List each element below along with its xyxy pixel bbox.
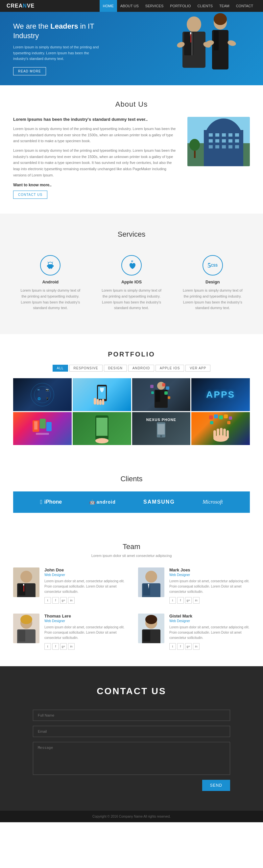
svg-rect-61 [156,391,160,402]
thomas-linkedin[interactable]: in [68,643,75,650]
svg-rect-31 [228,145,232,149]
john-google[interactable]: g+ [60,597,67,604]
service-design-title: Design [180,279,245,284]
gistel-twitter[interactable]: t [169,643,176,650]
mark-twitter[interactable]: t [169,597,176,604]
svg-point-111 [145,615,157,624]
gistel-google[interactable]: g+ [185,643,192,650]
clients-bar:  iPhone 🤖 android SAMSUNG Microsoft [13,491,250,513]
team-member-mark: Mark Joes Web Designer Lorem ipsum dolor… [138,567,250,604]
nav-home[interactable]: HOME [100,0,117,12]
john-twitter[interactable]: t [44,597,51,604]
filter-android[interactable]: ANDROID [128,365,154,372]
svg-rect-39 [51,268,52,269]
thomas-desc: Lorem ipsum dolor sit amet, consectetur … [44,625,125,641]
john-name: John Doe [44,567,125,572]
svg-rect-26 [228,139,232,143]
nexus-phone-icon [153,422,169,438]
portfolio-img-2 [89,380,115,409]
thomas-twitter[interactable]: t [44,643,51,650]
hero-read-more-button[interactable]: READ MORE [13,67,46,75]
nexus-label: NEXUS PHONE [146,418,176,439]
about-p1: Lorem Ipsum is simply dummy text of the … [13,126,177,144]
service-android-title: Android [18,279,83,284]
portfolio-item-7[interactable]: NEXUS PHONE [132,412,191,445]
filter-design[interactable]: DESIGN [104,365,127,372]
portfolio-item-2[interactable] [73,378,131,411]
contact-send-button[interactable]: SEND [202,780,230,791]
nav-contact[interactable]: CONTACT [233,0,256,12]
service-android: Android Lorem Ipsum is simply dummy text… [13,249,88,317]
android-logo-icon: 🤖 [90,499,95,505]
nav-about[interactable]: ABOUT US [117,0,142,12]
about-contact-button[interactable]: CONTACT US [13,191,47,199]
mark-facebook[interactable]: f [177,597,184,604]
mark-desc: Lorem ipsum dolor sit amet, consectetur … [169,579,250,594]
filter-responsive[interactable]: RESPONSIVE [69,365,103,372]
svg-rect-88 [219,415,223,420]
contact-form: SEND [33,710,230,791]
nav-logo: CREANVE [7,3,35,9]
gistel-facebook[interactable]: f [177,643,184,650]
svg-point-100 [145,571,157,583]
clients-title: Clients [13,475,250,483]
svg-rect-82 [217,429,219,438]
filter-apple-ios[interactable]: APPLE IOS [156,365,184,372]
svg-rect-69 [34,421,37,430]
portfolio-item-3[interactable] [132,378,191,411]
contact-message-input[interactable] [33,742,230,775]
filter-all[interactable]: ALL [53,365,68,372]
portfolio-item-5[interactable] [13,412,72,445]
services-grid: Android Lorem Ipsum is simply dummy text… [13,249,250,317]
contact-name-input[interactable] [33,710,230,721]
svg-rect-37 [53,265,54,267]
svg-rect-62 [162,383,165,386]
team-member-thomas: Thomas Lere Web Designer Lorem ipsum dol… [13,614,125,650]
svg-rect-91 [210,421,213,424]
john-facebook[interactable]: f [52,597,59,604]
portfolio-item-6[interactable] [73,412,131,445]
thomas-info: Thomas Lere Web Designer Lorem ipsum dol… [44,614,125,650]
svg-point-40 [49,263,50,264]
svg-rect-23 [209,139,213,143]
gistel-linkedin[interactable]: in [193,643,200,650]
svg-rect-66 [150,385,154,388]
thomas-facebook[interactable]: f [52,643,59,650]
gistel-role: Web Designer [169,619,250,623]
john-info: John Doe Web Designer Lorem ipsum dolor … [44,567,125,604]
nav-services[interactable]: SERVICES [142,0,167,12]
client-iphone:  iPhone [40,499,62,505]
portfolio-item-8[interactable] [191,412,250,445]
filter-ver-app[interactable]: VER APP [186,365,210,372]
mark-google[interactable]: g+ [185,597,192,604]
about-lead: Lorem Ipsums has been the industry's sta… [13,117,177,122]
about-image [187,117,250,199]
portfolio-item-1[interactable]: ✉ 📷 🌐 📱 [13,378,72,411]
svg-rect-63 [166,386,169,390]
portfolio-filters: ALL RESPONSIVE DESIGN ANDROID APPLE IOS … [13,365,250,372]
svg-rect-30 [222,145,226,149]
svg-rect-92 [227,421,230,424]
service-design: 5 CSS Design Lorem Ipsum is simply dummy… [175,249,250,317]
svg-rect-85 [227,430,229,438]
mark-linkedin[interactable]: in [193,597,200,604]
portfolio-item-4[interactable]: APPS [191,378,250,411]
css5-icon: 5 [207,262,211,269]
nav-portfolio[interactable]: PORTFOLIO [167,0,194,12]
services-section: Services Android Lorem Ipsum [0,214,263,334]
svg-rect-89 [224,414,228,418]
contact-title: CONTACT US [33,686,230,696]
contact-email-input[interactable] [33,726,230,737]
svg-point-34 [189,139,200,151]
svg-point-76 [95,438,108,443]
team-subtitle: Lorem ipsum dolor sit amet consectetur a… [13,554,250,558]
svg-rect-20 [222,133,226,136]
svg-rect-56 [97,399,99,405]
mark-avatar-img [138,567,164,597]
thomas-google[interactable]: g+ [60,643,67,650]
nav-team[interactable]: TEAM [216,0,233,12]
john-linkedin[interactable]: in [68,597,75,604]
team-section: Team Lorem ipsum dolor sit amet consecte… [0,526,263,666]
nav-clients[interactable]: CLIENTS [194,0,216,12]
svg-point-9 [214,13,227,25]
